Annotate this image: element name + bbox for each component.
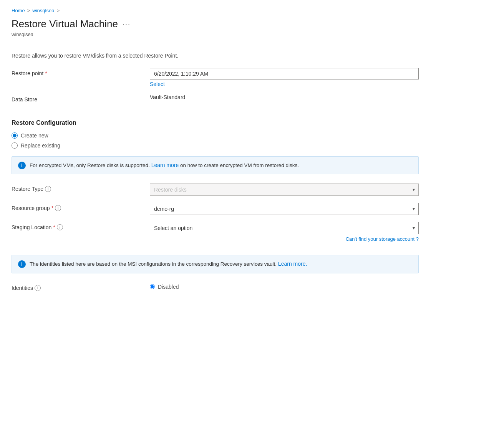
staging-location-value: Select an option ▾ Can't find your stora… [150,222,492,242]
identities-row: Identities i Disabled [12,283,492,291]
radio-replace-existing-label: Replace existing [21,142,60,149]
resource-group-row: Resource group * i demo-rg ▾ [12,203,492,215]
data-store-value: Vault-Standard [150,94,492,100]
identities-info-icon[interactable]: i [35,285,41,291]
restore-type-label: Restore Type i [12,184,142,192]
identities-value: Disabled [150,284,492,290]
breadcrumb-vm[interactable]: winsqlsea [32,8,54,13]
page-subtitle: winsqlsea [12,31,492,37]
data-store-static: Vault-Standard [150,92,185,100]
msi-banner-text: The identities listed here are based on … [30,260,307,268]
radio-replace-existing-input[interactable] [12,142,18,149]
info-icon-1: i [18,162,26,169]
page-title-row: Restore Virtual Machine ··· [12,18,492,30]
msi-info-banner: i The identities listed here are based o… [12,255,419,273]
restore-point-label: Restore point * [12,68,142,76]
restore-type-select-wrapper: Restore disks ▾ [150,184,419,196]
restore-config-title: Restore Configuration [12,119,492,126]
radio-create-new-input[interactable] [12,132,18,139]
encryption-banner-text: For encrypted VMs, only Restore disks is… [30,161,299,169]
restore-type-row: Restore Type i Restore disks ▾ [12,184,492,196]
resource-group-label: Resource group * i [12,203,142,211]
staging-location-row: Staging Location * i Select an option ▾ … [12,222,492,242]
resource-group-info-icon[interactable]: i [55,205,61,211]
restore-point-required: * [45,70,47,76]
staging-location-select[interactable]: Select an option [150,222,419,234]
resource-group-required: * [51,205,53,211]
msi-learn-more-link[interactable]: Learn more. [278,261,307,267]
resource-group-select[interactable]: demo-rg [150,203,419,215]
resource-group-select-wrapper: demo-rg ▾ [150,203,419,215]
identities-disabled-option[interactable]: Disabled [150,284,492,290]
radio-replace-existing[interactable]: Replace existing [12,142,492,149]
staging-location-required: * [53,224,55,230]
breadcrumb-sep2: > [56,8,60,13]
resource-group-value: demo-rg ▾ [150,203,492,215]
staging-location-info-icon[interactable]: i [57,224,63,230]
breadcrumb-sep1: > [27,8,30,13]
restore-point-input[interactable] [150,68,419,79]
restore-type-info-icon[interactable]: i [45,186,51,192]
restore-type-select[interactable]: Restore disks [150,184,419,196]
info-icon-2: i [18,260,26,268]
identities-label: Identities i [12,283,142,291]
identities-disabled-label: Disabled [158,284,179,290]
data-store-label: Data Store [12,94,142,103]
restore-point-select-link[interactable]: Select [150,81,492,87]
staging-location-select-wrapper: Select an option ▾ [150,222,419,234]
page-description: Restore allows you to restore VM/disks f… [12,53,492,59]
radio-create-new-label: Create new [21,132,48,139]
more-options-icon[interactable]: ··· [123,20,131,28]
encryption-learn-more-link[interactable]: Learn more [151,162,179,168]
cant-find-link-container: Can't find your storage account ? [150,236,419,242]
restore-point-value: Select [150,68,492,87]
breadcrumb-home[interactable]: Home [12,8,25,13]
cant-find-storage-link[interactable]: Can't find your storage account ? [346,236,419,242]
encryption-info-banner: i For encrypted VMs, only Restore disks … [12,156,419,174]
breadcrumb: Home > winsqlsea > [12,8,492,13]
page-title: Restore Virtual Machine [12,18,118,30]
restore-config-radio-group: Create new Replace existing [12,132,492,149]
radio-create-new[interactable]: Create new [12,132,492,139]
restore-point-row: Restore point * Select [12,68,492,87]
identities-disabled-radio[interactable] [150,284,155,289]
staging-location-label: Staging Location * i [12,222,142,230]
restore-type-value: Restore disks ▾ [150,184,492,196]
data-store-row: Data Store Vault-Standard [12,94,492,103]
